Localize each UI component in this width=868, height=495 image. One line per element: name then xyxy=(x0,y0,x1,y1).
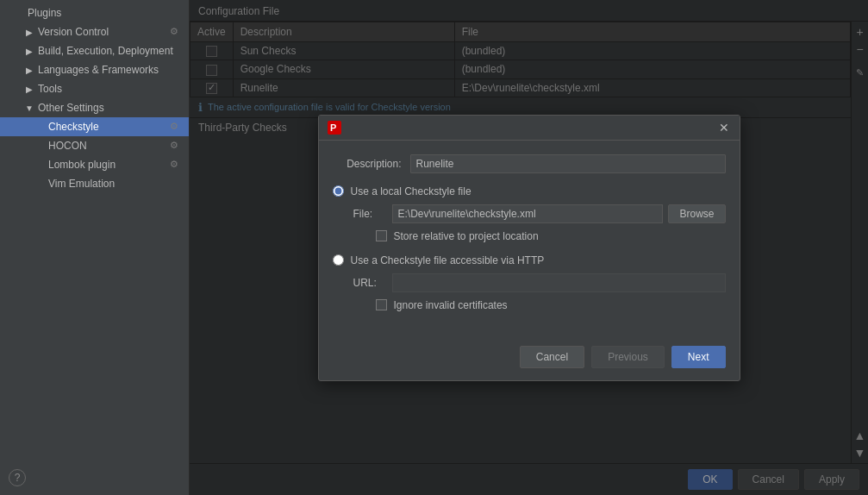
hocon-arrow-icon xyxy=(34,141,45,151)
sidebar-item-vim[interactable]: Vim Emulation xyxy=(0,174,189,193)
modal-previous-button[interactable]: Previous xyxy=(591,346,665,368)
other-arrow-icon: ▼ xyxy=(24,103,34,113)
sidebar-lombok-label: Lombok plugin xyxy=(48,159,116,171)
description-row: Description: xyxy=(333,154,726,173)
hocon-gear-icon: ⚙ xyxy=(170,140,182,152)
sidebar-item-tools[interactable]: ▶ Tools xyxy=(0,79,189,98)
sidebar-checkstyle-label: Checkstyle xyxy=(48,121,99,133)
tools-arrow-icon: ▶ xyxy=(24,84,34,94)
file-input[interactable] xyxy=(392,204,664,223)
sidebar-tools-label: Tools xyxy=(38,83,62,95)
ignore-certs-row: Ignore invalid certificates xyxy=(376,299,726,311)
plugins-arrow-icon xyxy=(14,8,24,18)
radio-section-http: Use a Checkstyle file accessible via HTT… xyxy=(333,254,726,311)
sidebar-section: Plugins ▶ Version Control ⚙ ▶ Build, Exe… xyxy=(0,0,189,197)
radio-local-row: Use a local Checkstyle file xyxy=(333,185,726,197)
store-relative-checkbox[interactable] xyxy=(376,230,387,241)
lang-arrow-icon: ▶ xyxy=(24,65,34,75)
sidebar-item-languages[interactable]: ▶ Languages & Frameworks xyxy=(0,60,189,79)
sidebar-vim-label: Vim Emulation xyxy=(48,178,115,190)
modal-logo-icon: P xyxy=(328,121,341,135)
sidebar-lang-label: Languages & Frameworks xyxy=(38,64,159,76)
main-content: Configuration File Active Description Fi… xyxy=(190,0,868,495)
description-input[interactable] xyxy=(410,154,726,173)
url-input[interactable] xyxy=(392,273,726,292)
sidebar-plugins-label: Plugins xyxy=(28,7,61,19)
help-icon: ? xyxy=(15,472,21,484)
sidebar: Plugins ▶ Version Control ⚙ ▶ Build, Exe… xyxy=(0,0,190,495)
sidebar-hocon-label: HOCON xyxy=(48,140,87,152)
lombok-gear-icon: ⚙ xyxy=(170,159,182,171)
vim-arrow-icon xyxy=(34,179,45,189)
sidebar-item-other-settings[interactable]: ▼ Other Settings xyxy=(0,98,189,117)
radio-local[interactable] xyxy=(333,185,344,197)
modal-footer: Cancel Previous Next xyxy=(319,337,740,380)
url-label: URL: xyxy=(353,277,384,289)
build-arrow-icon: ▶ xyxy=(24,46,34,56)
modal-next-button[interactable]: Next xyxy=(671,346,726,368)
file-row: File: Browse xyxy=(353,204,726,223)
sidebar-item-hocon[interactable]: HOCON ⚙ xyxy=(0,136,189,155)
url-row: URL: xyxy=(353,273,726,292)
sidebar-build-label: Build, Execution, Deployment xyxy=(38,45,173,57)
modal-body: Description: Use a local Checkstyle file… xyxy=(319,141,740,337)
sidebar-item-plugins[interactable]: Plugins xyxy=(0,3,189,22)
radio-http[interactable] xyxy=(333,254,344,266)
gear-icon: ⚙ xyxy=(170,26,182,38)
modal-overlay: P ✕ Description: xyxy=(190,0,868,495)
sidebar-item-build[interactable]: ▶ Build, Execution, Deployment xyxy=(0,41,189,60)
radio-local-label: Use a local Checkstyle file xyxy=(351,185,471,197)
ignore-certs-checkbox[interactable] xyxy=(376,299,387,310)
svg-text:P: P xyxy=(330,122,336,133)
modal-title-bar: P ✕ xyxy=(319,116,740,141)
store-relative-row: Store relative to project location xyxy=(376,230,726,242)
browse-button[interactable]: Browse xyxy=(668,204,725,223)
radio-section-local: Use a local Checkstyle file File: Browse… xyxy=(333,185,726,242)
radio-http-label: Use a Checkstyle file accessible via HTT… xyxy=(351,254,545,266)
description-label: Description: xyxy=(333,158,402,170)
store-relative-label: Store relative to project location xyxy=(394,230,539,242)
sidebar-item-version-control[interactable]: ▶ Version Control ⚙ xyxy=(0,22,189,41)
vc-arrow-icon: ▶ xyxy=(24,27,34,37)
sidebar-other-label: Other Settings xyxy=(38,102,104,114)
sidebar-item-checkstyle[interactable]: Checkstyle ⚙ xyxy=(0,117,189,136)
modal-close-button[interactable]: ✕ xyxy=(717,121,731,135)
lombok-arrow-icon xyxy=(34,160,45,170)
checkstyle-gear-icon: ⚙ xyxy=(170,121,182,133)
radio-http-row: Use a Checkstyle file accessible via HTT… xyxy=(333,254,726,266)
modal-cancel-button[interactable]: Cancel xyxy=(520,346,584,368)
file-label: File: xyxy=(353,208,384,220)
help-button[interactable]: ? xyxy=(9,469,26,486)
sidebar-item-lombok[interactable]: Lombok plugin ⚙ xyxy=(0,155,189,174)
sidebar-vc-label: Version Control xyxy=(38,26,109,38)
modal-dialog: P ✕ Description: xyxy=(318,115,740,381)
checkstyle-arrow-icon xyxy=(34,122,45,132)
ignore-certs-label: Ignore invalid certificates xyxy=(394,299,508,311)
